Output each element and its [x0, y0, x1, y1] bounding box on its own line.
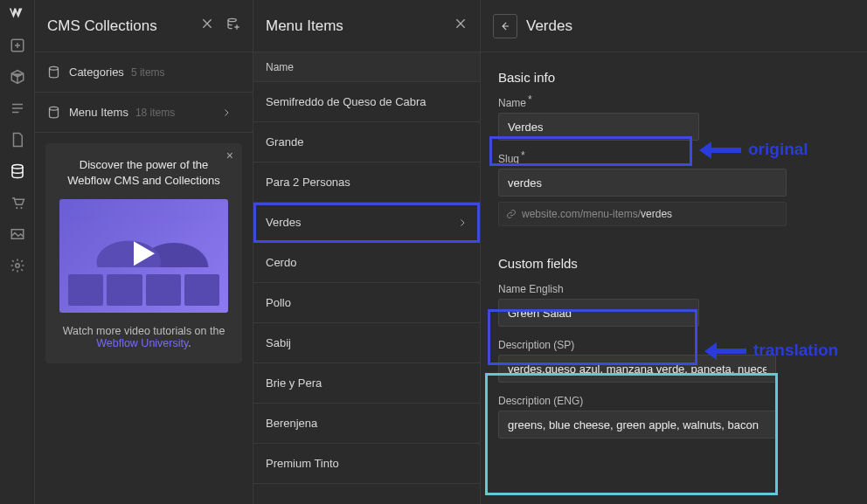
name-input[interactable] — [498, 113, 699, 141]
left-rail — [0, 0, 35, 504]
collection-name: Categories — [69, 66, 124, 79]
box-icon[interactable] — [0, 61, 35, 93]
chevron-right-icon — [221, 107, 232, 118]
item-row[interactable]: Pollo — [253, 283, 480, 323]
item-row[interactable]: Cerdo — [253, 243, 480, 283]
basic-info-title: Basic info — [498, 70, 850, 85]
page-icon[interactable] — [0, 124, 35, 155]
close-icon[interactable]: × — [226, 148, 233, 162]
items-panel-header: Menu Items — [253, 0, 480, 52]
promo-video-thumb[interactable] — [59, 199, 228, 313]
collection-row-menu-items[interactable]: Menu Items 18 items — [35, 93, 253, 133]
detail-panel: Verdes Basic info Name* Slug* website.co… — [481, 0, 867, 504]
collection-count: 5 items — [131, 66, 165, 79]
svg-point-3 — [20, 207, 22, 209]
item-name: Pollo — [266, 296, 291, 309]
items-panel: Menu Items Name Semifreddo de Queso de C… — [253, 0, 481, 504]
custom-fields-title: Custom fields — [498, 256, 850, 271]
svg-point-6 — [228, 18, 236, 21]
url-preview: website.com/menu-items/verdes — [498, 202, 787, 226]
add-collection-icon[interactable] — [226, 17, 240, 35]
collections-panel-header: CMS Collections — [35, 0, 253, 52]
svg-point-8 — [50, 107, 59, 110]
collections-panel: CMS Collections Categories 5 items Menu … — [35, 0, 253, 504]
database-small-icon — [47, 66, 60, 79]
item-row[interactable]: Para 2 Personas — [253, 162, 480, 203]
name-label: Name* — [498, 97, 850, 109]
item-name: Sabij — [266, 336, 291, 349]
arrow-left-icon — [499, 20, 511, 32]
collection-row-categories[interactable]: Categories 5 items — [35, 52, 253, 93]
slug-label: Slug* — [498, 153, 850, 165]
collection-count: 18 items — [135, 107, 175, 119]
close-icon[interactable] — [200, 17, 214, 35]
item-name: Verdes — [266, 216, 301, 229]
play-icon — [134, 242, 155, 266]
svg-point-5 — [16, 264, 20, 268]
item-row[interactable]: Semifreddo de Queso de Cabra — [253, 82, 480, 122]
item-row[interactable]: Verdes — [253, 203, 480, 243]
slug-input[interactable] — [498, 169, 787, 197]
link-icon — [506, 209, 517, 219]
item-name: Berenjena — [266, 417, 317, 430]
webflow-university-link[interactable]: Webflow University — [96, 337, 188, 349]
item-row[interactable]: Berenjena — [253, 404, 480, 444]
promo-card: × Discover the power of the Webflow CMS … — [45, 143, 242, 363]
svg-point-1 — [12, 165, 23, 169]
close-icon[interactable] — [454, 17, 468, 35]
name-english-label: Name English — [498, 283, 850, 295]
item-row[interactable]: Premium Tinto — [253, 444, 480, 484]
description-eng-label: Description (ENG) — [498, 395, 850, 407]
promo-footer: Watch more video tutorials on the Webflo… — [59, 325, 228, 349]
back-button[interactable] — [493, 14, 517, 38]
description-sp-input[interactable] — [498, 355, 776, 383]
items-panel-title: Menu Items — [266, 17, 343, 35]
gear-icon[interactable] — [0, 250, 35, 281]
collection-name: Menu Items — [69, 106, 128, 119]
cart-icon[interactable] — [0, 187, 35, 218]
name-english-input[interactable] — [498, 299, 699, 327]
item-name: Cerdo — [266, 256, 296, 269]
image-icon[interactable] — [0, 218, 35, 250]
collections-panel-title: CMS Collections — [47, 17, 157, 35]
items-list: Semifreddo de Queso de CabraGrandePara 2… — [253, 82, 480, 484]
description-eng-input[interactable] — [498, 411, 776, 438]
database-small-icon — [47, 106, 60, 119]
description-sp-label: Description (SP) — [498, 339, 850, 351]
item-row[interactable]: Sabij — [253, 323, 480, 363]
svg-point-2 — [16, 207, 17, 209]
webflow-logo-icon[interactable] — [0, 0, 35, 26]
detail-panel-header: Verdes — [481, 0, 867, 52]
item-name: Brie y Pera — [266, 376, 322, 390]
add-icon[interactable] — [0, 30, 35, 61]
svg-point-7 — [50, 66, 59, 70]
promo-headline: Discover the power of the Webflow CMS an… — [59, 157, 228, 189]
item-name: Semifreddo de Queso de Cabra — [266, 95, 427, 108]
item-row[interactable]: Grande — [253, 122, 480, 162]
item-row[interactable]: Brie y Pera — [253, 363, 480, 404]
item-name: Premium Tinto — [266, 457, 339, 470]
layout-icon[interactable] — [0, 93, 35, 124]
chevron-right-icon — [457, 217, 468, 228]
detail-title: Verdes — [526, 17, 572, 35]
item-name: Grande — [266, 135, 303, 148]
database-icon[interactable] — [0, 155, 35, 187]
item-name: Para 2 Personas — [266, 176, 350, 189]
items-column-header: Name — [253, 52, 480, 82]
